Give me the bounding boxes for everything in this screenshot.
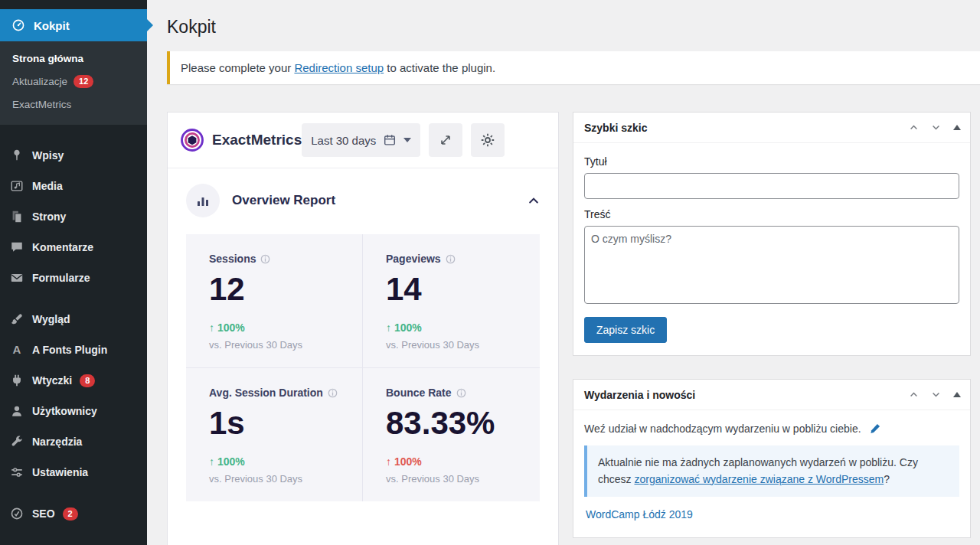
stat-value: 12 [209, 272, 356, 306]
trend-up-icon: ↑ [386, 321, 391, 334]
submenu-item-aktualizacje[interactable]: Aktualizacje 12 [0, 70, 147, 93]
stat-compare: vs. Previous 30 Days [209, 339, 356, 351]
admin-menu: Wpisy Media Strony Komentarze [0, 140, 147, 529]
info-icon[interactable] [446, 254, 456, 264]
calendar-icon [383, 133, 397, 147]
report-settings-button[interactable] [471, 123, 505, 157]
comments-icon [9, 240, 24, 255]
stat-change-value: 100% [394, 455, 422, 468]
sidebar-item-label: Strony [32, 209, 66, 224]
draft-title-input[interactable] [584, 173, 959, 199]
trend-up-icon: ↑ [209, 455, 214, 468]
letter-a-icon: A [9, 342, 24, 357]
sidebar-item-label: Użytkownicy [32, 403, 97, 419]
brush-icon [9, 312, 24, 327]
redirection-setup-link[interactable]: Redirection setup [294, 61, 384, 74]
organize-event-link[interactable]: zorganizować wydarzenie związane z WordP… [634, 473, 884, 485]
stat-label: Pageviews [386, 253, 441, 265]
exactmetrics-widget: ExactMetrics Last 30 days [167, 112, 559, 545]
submenu-label: Aktualizacje [12, 76, 67, 87]
stat-compare: vs. Previous 30 Days [386, 339, 534, 351]
sidebar-item-strony[interactable]: Strony [0, 201, 147, 232]
events-news-panel: Wydarzenia i nowości [573, 379, 971, 538]
toggle-panel-button[interactable] [953, 125, 961, 130]
triangle-up-icon [953, 392, 961, 397]
sidebar-item-wtyczki[interactable]: Wtyczki 8 [0, 365, 147, 396]
sidebar-item-media[interactable]: Media [0, 171, 147, 201]
gear-icon [480, 132, 495, 148]
move-down-button[interactable] [931, 122, 941, 132]
sidebar-item-kokpit[interactable]: Kokpit [0, 9, 147, 41]
stat-bounce-rate: Bounce Rate 83.33% ↑ 100% vs. Previous 3… [363, 368, 540, 501]
sidebar-item-formularze[interactable]: Formularze [0, 263, 147, 293]
notice-text: to activate the plugin. [384, 61, 495, 74]
submenu-item-exactmetrics[interactable]: ExactMetrics [0, 93, 147, 116]
stat-change: ↑ 100% [209, 321, 356, 334]
submenu-label: Strona główna [12, 53, 83, 64]
exactmetrics-logo-icon [178, 126, 206, 154]
trend-up-icon: ↑ [209, 321, 214, 334]
stat-change-value: 100% [394, 321, 422, 334]
draft-content-textarea[interactable] [584, 226, 959, 304]
panel-title: Wydarzenia i nowości [584, 389, 909, 401]
collapse-section-button[interactable] [528, 194, 540, 207]
stat-compare: vs. Previous 30 Days [386, 473, 534, 485]
sidebar-item-wyglad[interactable]: Wygląd [0, 304, 147, 335]
postbox-header[interactable]: Wydarzenia i nowości [573, 380, 970, 410]
info-icon[interactable] [328, 388, 338, 398]
plugins-count-badge: 8 [80, 374, 95, 387]
sidebar-item-uzytkownicy[interactable]: Użytkownicy [0, 396, 147, 426]
date-range-label: Last 30 days [311, 134, 376, 147]
stat-compare: vs. Previous 30 Days [209, 473, 356, 485]
expand-report-button[interactable] [429, 123, 462, 157]
date-range-button[interactable]: Last 30 days [302, 123, 420, 157]
save-draft-button[interactable]: Zapisz szkic [584, 317, 667, 343]
sidebar-item-fonts-plugin[interactable]: A A Fonts Plugin [0, 335, 147, 365]
sidebar-item-komentarze[interactable]: Komentarze [0, 232, 147, 263]
quick-draft-body: Tytuł Treść Zapisz szkic [573, 143, 970, 355]
exactmetrics-header: ExactMetrics Last 30 days [168, 113, 558, 168]
triangle-up-icon [953, 125, 961, 130]
sidebar-item-narzedzia[interactable]: Narzędzia [0, 426, 147, 457]
page-title: Kokpit [147, 0, 980, 38]
events-notice: Aktualnie nie ma żadnych zaplanowanych w… [584, 445, 959, 497]
overview-stats-grid: Sessions 12 ↑ 100% vs. Previous 30 Days [186, 234, 540, 501]
toggle-panel-button[interactable] [953, 392, 961, 397]
sidebar-item-label: Wpisy [32, 148, 64, 163]
move-down-button[interactable] [931, 390, 941, 400]
sliders-icon [9, 465, 24, 480]
active-menu-arrow [146, 18, 153, 32]
stat-value: 1s [209, 406, 356, 440]
wordcamp-link[interactable]: WordCamp Łódź 2019 [584, 497, 959, 525]
info-icon[interactable] [456, 388, 466, 398]
mail-icon [9, 270, 24, 286]
submenu-item-strona-glowna[interactable]: Strona główna [0, 47, 147, 70]
postbox-header[interactable]: Szybki szkic [573, 113, 970, 143]
sidebar-item-wpisy[interactable]: Wpisy [0, 140, 147, 171]
seo-count-badge: 2 [63, 507, 78, 521]
stat-label: Bounce Rate [386, 387, 452, 399]
quick-draft-panel: Szybki szkic [573, 112, 971, 356]
sidebar-item-seo[interactable]: SEO 2 [0, 498, 147, 529]
plugin-icon [9, 373, 24, 388]
trend-up-icon: ↑ [386, 455, 391, 468]
stat-label: Avg. Session Duration [209, 387, 323, 399]
move-up-button[interactable] [909, 122, 919, 132]
pencil-icon[interactable] [869, 423, 881, 435]
media-icon [9, 178, 24, 194]
sidebar-item-ustawienia[interactable]: Ustawienia [0, 457, 147, 488]
stat-change-value: 100% [217, 455, 245, 468]
admin-notice: Please complete your Redirection setup t… [167, 51, 980, 84]
seo-icon [9, 506, 24, 521]
sidebar-item-label: SEO [32, 506, 55, 521]
chevron-down-icon [403, 138, 411, 142]
sidebar-item-label: Formularze [32, 270, 90, 286]
dashboard-submenu: Strona główna Aktualizacje 12 ExactMetri… [0, 41, 147, 125]
pin-icon [9, 148, 24, 163]
stat-value: 83.33% [386, 406, 534, 440]
info-icon[interactable] [260, 254, 270, 264]
draft-title-label: Tytuł [584, 155, 959, 168]
right-column: Szybki szkic [573, 112, 971, 538]
events-body: Weź udział w nadchodzącym wydarzeniu w p… [573, 410, 970, 537]
move-up-button[interactable] [909, 390, 919, 400]
